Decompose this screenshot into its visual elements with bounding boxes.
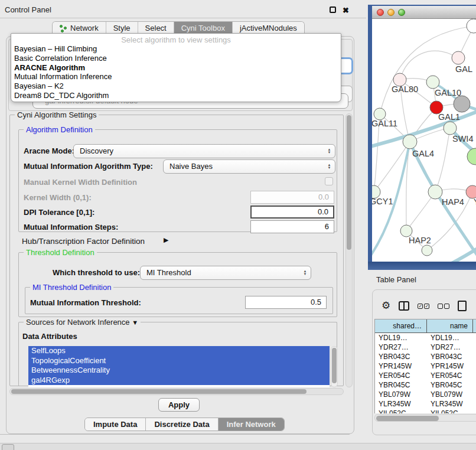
table-cell: 12 [473,343,476,352]
node-GAL11[interactable] [374,108,386,120]
table-horizontal-scrollbar[interactable] [374,414,476,422]
algorithm-option[interactable]: Bayesian – K2 [11,81,341,91]
tab-infer-network[interactable]: Infer Network [219,418,284,431]
node-table[interactable]: shared…nameA YDL19…YDL19…13YDR27…YDR27…1… [374,319,476,413]
algorithm-option[interactable]: Bayesian – Hill Climbing [11,44,341,54]
tab-discretize-data[interactable]: Discretize Data [146,418,218,431]
table-row[interactable]: YIL052CYIL052C9 [375,409,476,413]
node-label: GAL11 [372,119,397,128]
node-gal-top[interactable] [452,51,465,64]
collapse-down-icon[interactable]: ▼ [132,319,138,326]
aracne-mode-label: Aracne Mode: [24,146,74,155]
node-big-green[interactable] [467,148,476,165]
node-gray-hub[interactable] [454,96,470,112]
table-cell: 13 [473,333,476,343]
node-SWI4[interactable] [444,122,457,135]
table-row[interactable]: YDL19…YDL19…13 [375,333,476,343]
table-row[interactable]: YER054CYER054C8. [375,371,476,380]
which-threshold-select[interactable]: MI Threshold ▲▼ [140,266,311,280]
mi-steps-label: Mutual Information Steps: [24,223,118,231]
node-GAL4[interactable] [403,135,417,149]
table-row[interactable]: YBR045CYBR045C9. [375,380,476,390]
settings-hscroll-thumb[interactable] [11,389,307,394]
tab-impute-data[interactable]: Impute Data [85,418,146,431]
mi-threshold-field[interactable]: 0.5 [245,296,327,309]
node-bottom[interactable] [422,245,432,256]
attribute-list-item[interactable]: TopologicalCoefficient [28,356,330,366]
node-label: GAL1 [438,112,460,122]
table-cell: YIL052C [427,409,473,413]
node-HAP2[interactable] [400,225,412,237]
table-cell: YDR27… [375,343,427,352]
table-column-header[interactable]: shared… [375,319,427,332]
table-row[interactable]: YPR145WYPR145W9. [375,361,476,371]
table-cell: YER054C [427,371,473,380]
sources-title-text: Sources for Network Inference [26,318,130,327]
table-hscroll-thumb[interactable] [376,416,439,421]
settings-vertical-scrollbar[interactable] [345,113,353,387]
node-GAL10[interactable] [426,76,439,89]
manual-kernel-checkbox[interactable] [325,177,333,185]
algorithm-option[interactable]: Mutual Information Inference [11,72,341,81]
close-panel-icon[interactable]: ✖ [342,6,350,14]
which-threshold-label: Which threshold to use: [53,268,140,277]
stepper-arrows-icon: ▲▼ [325,146,333,156]
table-cell: YLR345W [375,399,427,409]
network-canvas[interactable]: GALGAL80GAL10GAL1GAL11SWI4GAL4GCY1HAP4YH… [372,19,476,262]
control-panel-title: Control Panel [5,5,51,14]
algorithm-definition-group: Algorithm Definition Aracne Mode: Discov… [18,129,337,232]
export-table-icon[interactable] [458,301,467,311]
table-cell: YBR043C [375,352,427,361]
mi-type-select[interactable]: Naive Bayes ▲▼ [163,159,335,174]
mi-steps-field[interactable]: 6 [250,220,334,233]
table-cell: YPR145W [375,361,427,371]
minimize-window-icon[interactable] [387,9,395,16]
algorithm-option[interactable]: Dream8 DC_TDC Algorithm [11,91,341,100]
attribute-list-item[interactable]: BetweennessCentrality [28,366,330,376]
attributes-scrollbar[interactable] [331,346,338,387]
stepper-arrows-icon: ▲▼ [301,268,309,278]
settings-vscroll-thumb[interactable] [347,115,351,250]
table-row[interactable]: YLR345WYLR345W9. [375,399,476,409]
node-label: Y [474,197,476,207]
deselect-all-icon[interactable] [438,304,449,309]
table-header-row: shared…nameA [375,319,476,333]
attribute-list-item[interactable]: SelfLoops [28,346,330,356]
expand-right-icon[interactable]: ▶ [164,236,168,244]
node-label: GAL80 [392,84,418,94]
table-settings-gear-icon[interactable]: ⚙ [382,301,390,311]
node-pink-right[interactable] [466,185,476,198]
aracne-mode-select[interactable]: Discovery ▲▼ [73,144,335,158]
status-bar [0,443,476,450]
table-cell: 8. [473,371,476,380]
table-column-header[interactable]: A [473,319,476,332]
node-label: HAP2 [409,236,431,245]
column-selector-icon[interactable] [399,301,409,311]
network-window-titlebar[interactable] [372,6,476,19]
kernel-width-label: Kernel Width (0,1): [24,193,92,202]
node-HAP4[interactable] [428,185,442,199]
table-column-header[interactable]: name [427,319,473,332]
table-row[interactable]: YDR27…YDR27…12 [375,343,476,352]
close-window-icon[interactable] [377,9,384,16]
aracne-mode-value: Discovery [80,146,113,155]
algorithm-option[interactable]: Basic Correlation Inference [11,54,341,63]
hub-definition-toggle-label[interactable]: Hub/Transcription Factor Definition [22,237,145,246]
table-cell: YLR345W [427,399,473,409]
dpi-tolerance-field[interactable]: 0.0 [250,206,334,219]
algorithm-option[interactable]: ARACNE Algorithm [11,63,341,73]
data-attributes-list[interactable]: SelfLoopsTopologicalCoefficientBetweenne… [28,346,330,387]
zoom-window-icon[interactable] [398,9,405,16]
settings-horizontal-scrollbar[interactable] [9,388,344,395]
select-all-icon[interactable]: ✓✓ [418,304,429,309]
attribute-list-item[interactable]: gal4RGexp [28,376,330,386]
float-panel-icon[interactable] [330,6,336,13]
bottom-left-mini-button[interactable] [2,444,14,450]
attributes-scrollbar-thumb[interactable] [332,348,337,383]
kernel-width-field[interactable]: 0.0 [250,191,334,204]
table-row[interactable]: YBL079WYBL079W [375,390,476,399]
apply-button[interactable]: Apply [158,398,200,412]
table-row[interactable]: YBR043CYBR043C [375,352,476,361]
node-top-white[interactable] [467,19,476,33]
node-label: GCY1 [372,197,393,206]
